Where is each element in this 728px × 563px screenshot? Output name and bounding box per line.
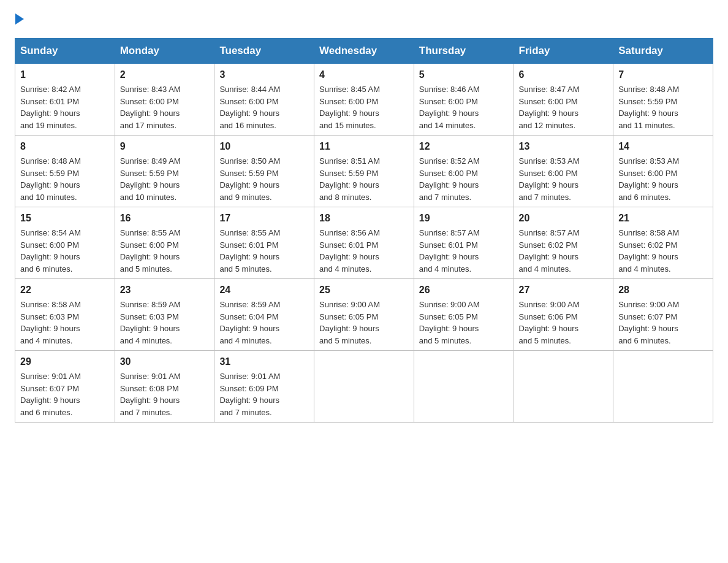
day-info: Sunrise: 8:53 AM Sunset: 6:00 PM Dayligh… [618,155,708,203]
calendar-cell: 26Sunrise: 9:00 AM Sunset: 6:05 PM Dayli… [414,279,514,351]
day-number: 23 [120,283,210,297]
calendar-cell: 3Sunrise: 8:44 AM Sunset: 6:00 PM Daylig… [214,64,314,136]
day-number: 7 [618,67,708,82]
calendar-week-row: 29Sunrise: 9:01 AM Sunset: 6:07 PM Dayli… [15,351,713,423]
day-info: Sunrise: 8:48 AM Sunset: 5:59 PM Dayligh… [618,83,708,131]
day-info: Sunrise: 8:59 AM Sunset: 6:04 PM Dayligh… [219,299,309,347]
calendar-cell: 10Sunrise: 8:50 AM Sunset: 5:59 PM Dayli… [214,136,314,207]
calendar-cell [613,351,713,423]
weekday-header-cell: Monday [115,39,214,64]
day-info: Sunrise: 8:46 AM Sunset: 6:00 PM Dayligh… [419,83,509,131]
calendar-cell: 22Sunrise: 8:58 AM Sunset: 6:03 PM Dayli… [15,279,115,351]
weekday-header-cell: Saturday [613,39,713,64]
weekday-header-cell: Wednesday [314,39,414,64]
day-number: 5 [419,67,509,82]
weekday-header-cell: Tuesday [214,39,314,64]
calendar-week-row: 15Sunrise: 8:54 AM Sunset: 6:00 PM Dayli… [15,207,713,279]
day-info: Sunrise: 8:57 AM Sunset: 6:01 PM Dayligh… [419,227,509,275]
day-number: 11 [319,139,409,154]
calendar-cell: 19Sunrise: 8:57 AM Sunset: 6:01 PM Dayli… [414,207,514,279]
day-number: 30 [120,354,210,369]
logo: Blue [15,15,25,26]
calendar-cell: 28Sunrise: 9:00 AM Sunset: 6:07 PM Dayli… [613,279,713,351]
day-number: 4 [319,67,409,82]
day-number: 6 [519,67,609,82]
weekday-header-cell: Thursday [414,39,514,64]
day-info: Sunrise: 8:52 AM Sunset: 6:00 PM Dayligh… [419,155,509,203]
day-number: 16 [120,211,210,226]
day-number: 29 [20,354,110,369]
calendar-cell: 1Sunrise: 8:42 AM Sunset: 6:01 PM Daylig… [15,64,115,136]
logo-arrow-icon [15,13,24,25]
calendar-cell: 17Sunrise: 8:55 AM Sunset: 6:01 PM Dayli… [214,207,314,279]
day-info: Sunrise: 8:59 AM Sunset: 6:03 PM Dayligh… [120,299,210,347]
day-info: Sunrise: 8:48 AM Sunset: 5:59 PM Dayligh… [20,155,110,203]
day-number: 10 [219,139,309,154]
calendar-cell: 8Sunrise: 8:48 AM Sunset: 5:59 PM Daylig… [15,136,115,207]
day-info: Sunrise: 8:50 AM Sunset: 5:59 PM Dayligh… [219,155,309,203]
calendar-cell: 25Sunrise: 9:00 AM Sunset: 6:05 PM Dayli… [314,279,414,351]
calendar-week-row: 22Sunrise: 8:58 AM Sunset: 6:03 PM Dayli… [15,279,713,351]
day-info: Sunrise: 9:01 AM Sunset: 6:09 PM Dayligh… [219,370,309,418]
calendar-cell: 20Sunrise: 8:57 AM Sunset: 6:02 PM Dayli… [514,207,613,279]
day-number: 21 [618,211,708,226]
day-number: 22 [20,283,110,297]
day-info: Sunrise: 8:56 AM Sunset: 6:01 PM Dayligh… [319,227,409,275]
weekday-header-cell: Friday [514,39,613,64]
day-info: Sunrise: 8:43 AM Sunset: 6:00 PM Dayligh… [120,83,210,131]
day-number: 28 [618,283,708,297]
day-info: Sunrise: 8:55 AM Sunset: 6:01 PM Dayligh… [219,227,309,275]
calendar-cell [514,351,613,423]
day-number: 13 [519,139,609,154]
calendar-body: 1Sunrise: 8:42 AM Sunset: 6:01 PM Daylig… [15,64,713,423]
calendar-cell: 11Sunrise: 8:51 AM Sunset: 5:59 PM Dayli… [314,136,414,207]
calendar-cell: 16Sunrise: 8:55 AM Sunset: 6:00 PM Dayli… [115,207,214,279]
weekday-header-row: SundayMondayTuesdayWednesdayThursdayFrid… [15,39,713,64]
calendar-cell [414,351,514,423]
calendar-cell: 14Sunrise: 8:53 AM Sunset: 6:00 PM Dayli… [613,136,713,207]
day-info: Sunrise: 8:42 AM Sunset: 6:01 PM Dayligh… [20,83,110,131]
calendar-cell: 13Sunrise: 8:53 AM Sunset: 6:00 PM Dayli… [514,136,613,207]
page-header: Blue [15,15,713,26]
day-info: Sunrise: 8:58 AM Sunset: 6:02 PM Dayligh… [618,227,708,275]
day-number: 8 [20,139,110,154]
day-info: Sunrise: 8:54 AM Sunset: 6:00 PM Dayligh… [20,227,110,275]
calendar-cell: 9Sunrise: 8:49 AM Sunset: 5:59 PM Daylig… [115,136,214,207]
day-number: 14 [618,139,708,154]
day-number: 1 [20,67,110,82]
calendar-cell: 27Sunrise: 9:00 AM Sunset: 6:06 PM Dayli… [514,279,613,351]
calendar-cell: 18Sunrise: 8:56 AM Sunset: 6:01 PM Dayli… [314,207,414,279]
day-number: 24 [219,283,309,297]
day-number: 17 [219,211,309,226]
calendar-cell: 5Sunrise: 8:46 AM Sunset: 6:00 PM Daylig… [414,64,514,136]
day-info: Sunrise: 9:01 AM Sunset: 6:07 PM Dayligh… [20,370,110,418]
day-number: 27 [519,283,609,297]
day-number: 20 [519,211,609,226]
day-number: 2 [120,67,210,82]
weekday-header-cell: Sunday [15,39,115,64]
calendar-cell: 4Sunrise: 8:45 AM Sunset: 6:00 PM Daylig… [314,64,414,136]
day-info: Sunrise: 9:00 AM Sunset: 6:06 PM Dayligh… [519,299,609,347]
calendar-cell: 30Sunrise: 9:01 AM Sunset: 6:08 PM Dayli… [115,351,214,423]
calendar-cell: 7Sunrise: 8:48 AM Sunset: 5:59 PM Daylig… [613,64,713,136]
day-info: Sunrise: 8:44 AM Sunset: 6:00 PM Dayligh… [219,83,309,131]
calendar-table: SundayMondayTuesdayWednesdayThursdayFrid… [15,38,713,423]
day-number: 26 [419,283,509,297]
day-info: Sunrise: 8:55 AM Sunset: 6:00 PM Dayligh… [120,227,210,275]
day-info: Sunrise: 8:47 AM Sunset: 6:00 PM Dayligh… [519,83,609,131]
day-number: 3 [219,67,309,82]
calendar-cell: 31Sunrise: 9:01 AM Sunset: 6:09 PM Dayli… [214,351,314,423]
day-info: Sunrise: 8:45 AM Sunset: 6:00 PM Dayligh… [319,83,409,131]
day-number: 18 [319,211,409,226]
day-info: Sunrise: 9:00 AM Sunset: 6:05 PM Dayligh… [319,299,409,347]
day-info: Sunrise: 9:01 AM Sunset: 6:08 PM Dayligh… [120,370,210,418]
day-info: Sunrise: 9:00 AM Sunset: 6:05 PM Dayligh… [419,299,509,347]
calendar-cell: 21Sunrise: 8:58 AM Sunset: 6:02 PM Dayli… [613,207,713,279]
calendar-cell [314,351,414,423]
day-info: Sunrise: 8:49 AM Sunset: 5:59 PM Dayligh… [120,155,210,203]
calendar-cell: 12Sunrise: 8:52 AM Sunset: 6:00 PM Dayli… [414,136,514,207]
day-info: Sunrise: 9:00 AM Sunset: 6:07 PM Dayligh… [618,299,708,347]
day-number: 15 [20,211,110,226]
day-info: Sunrise: 8:53 AM Sunset: 6:00 PM Dayligh… [519,155,609,203]
calendar-cell: 6Sunrise: 8:47 AM Sunset: 6:00 PM Daylig… [514,64,613,136]
